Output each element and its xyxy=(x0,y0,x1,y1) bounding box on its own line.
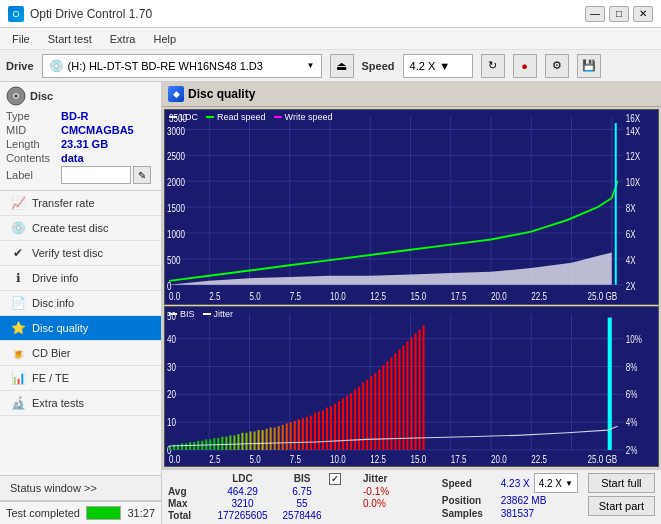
svg-rect-125 xyxy=(310,416,312,450)
svg-rect-118 xyxy=(282,425,284,450)
speed-select[interactable]: 4.2 X ▼ xyxy=(403,54,473,78)
col-header-jitter: Jitter xyxy=(363,473,423,485)
progress-bar-fill xyxy=(87,507,120,519)
svg-text:2500: 2500 xyxy=(167,152,185,163)
disc-label-row: Label ✎ xyxy=(6,166,155,184)
jitter-avg: -0.1% xyxy=(363,486,423,497)
bis-max: 55 xyxy=(277,498,327,509)
max-label: Max xyxy=(168,498,208,509)
speed-dropdown-arrow: ▼ xyxy=(439,60,450,72)
svg-rect-90 xyxy=(169,446,171,450)
start-part-button[interactable]: Start part xyxy=(588,496,655,516)
svg-rect-147 xyxy=(398,350,400,451)
drive-select[interactable]: 💿 (H:) HL-DT-ST BD-RE WH16NS48 1.D3 ▼ xyxy=(42,54,322,78)
disc-length-label: Length xyxy=(6,138,61,150)
disc-label-input[interactable] xyxy=(61,166,131,184)
charts-container: LDC Read speed Write speed xyxy=(162,107,661,469)
quality-title: Disc quality xyxy=(188,87,255,101)
sidebar-item-extra-tests[interactable]: 🔬 Extra tests xyxy=(0,391,161,416)
svg-text:40: 40 xyxy=(167,333,176,345)
svg-rect-106 xyxy=(233,436,235,451)
svg-text:20: 20 xyxy=(167,388,176,400)
sidebar-item-verify-test-disc[interactable]: ✔ Verify test disc xyxy=(0,241,161,266)
svg-text:500: 500 xyxy=(167,255,180,266)
top-chart: LDC Read speed Write speed xyxy=(164,109,659,305)
bottom-chart-legend: BIS Jitter xyxy=(169,309,233,319)
svg-text:17.5: 17.5 xyxy=(451,291,467,302)
svg-rect-102 xyxy=(217,438,219,450)
svg-rect-115 xyxy=(270,428,272,451)
start-full-button[interactable]: Start full xyxy=(588,473,655,493)
sidebar: Disc Type BD-R MID CMCMAGBA5 Length 23.3… xyxy=(0,82,162,524)
col-header-empty xyxy=(168,473,208,485)
settings-button[interactable]: ⚙ xyxy=(545,54,569,78)
disc-contents-row: Contents data xyxy=(6,152,155,164)
quality-header: ◆ Disc quality xyxy=(162,82,661,107)
svg-rect-133 xyxy=(342,398,344,450)
svg-text:2%: 2% xyxy=(626,444,638,456)
main-layout: Disc Type BD-R MID CMCMAGBA5 Length 23.3… xyxy=(0,82,661,524)
svg-rect-142 xyxy=(378,369,380,450)
svg-rect-134 xyxy=(346,396,348,450)
sidebar-item-disc-info[interactable]: 📄 Disc info xyxy=(0,291,161,316)
bis-total: 2578446 xyxy=(277,510,327,521)
drive-bar: Drive 💿 (H:) HL-DT-ST BD-RE WH16NS48 1.D… xyxy=(0,50,661,82)
svg-text:0.0: 0.0 xyxy=(169,291,180,302)
sidebar-item-fe-te[interactable]: 📊 FE / TE xyxy=(0,366,161,391)
eject-button[interactable]: ⏏ xyxy=(330,54,354,78)
svg-rect-114 xyxy=(266,429,268,450)
status-window-button[interactable]: Status window >> xyxy=(0,476,161,501)
svg-text:2X: 2X xyxy=(626,281,636,292)
record-button[interactable]: ● xyxy=(513,54,537,78)
svg-text:20.0: 20.0 xyxy=(491,291,507,302)
app-title: Opti Drive Control 1.70 xyxy=(30,7,152,21)
refresh-button[interactable]: ↻ xyxy=(481,54,505,78)
samples-value: 381537 xyxy=(501,508,534,519)
disc-length-value: 23.31 GB xyxy=(61,138,108,150)
menu-file[interactable]: File xyxy=(4,31,38,47)
svg-text:6%: 6% xyxy=(626,388,638,400)
maximize-button[interactable]: □ xyxy=(609,6,629,22)
disc-length-row: Length 23.31 GB xyxy=(6,138,155,150)
svg-rect-94 xyxy=(185,443,187,450)
svg-text:7.5: 7.5 xyxy=(290,453,301,465)
window-controls: — □ ✕ xyxy=(585,6,653,22)
sidebar-item-cd-bier[interactable]: 🍺 CD Bier xyxy=(0,341,161,366)
svg-rect-108 xyxy=(241,433,243,450)
menu-start-test[interactable]: Start test xyxy=(40,31,100,47)
svg-text:30: 30 xyxy=(167,361,176,373)
svg-rect-112 xyxy=(258,430,260,450)
menu-help[interactable]: Help xyxy=(145,31,184,47)
close-button[interactable]: ✕ xyxy=(633,6,653,22)
sidebar-item-drive-info[interactable]: ℹ Drive info xyxy=(0,266,161,291)
svg-text:22.5: 22.5 xyxy=(531,291,547,302)
speed-value: 4.2 X xyxy=(410,60,436,72)
svg-text:12.5: 12.5 xyxy=(370,291,386,302)
top-chart-legend: LDC Read speed Write speed xyxy=(169,112,332,122)
svg-text:1000: 1000 xyxy=(167,229,185,240)
svg-text:15.0: 15.0 xyxy=(410,291,426,302)
save-button[interactable]: 💾 xyxy=(577,54,601,78)
svg-rect-145 xyxy=(390,357,392,450)
disc-label-edit-button[interactable]: ✎ xyxy=(133,166,151,184)
speed-stat-select[interactable]: 4.2 X ▼ xyxy=(534,473,578,493)
sidebar-item-disc-quality[interactable]: ⭐ Disc quality xyxy=(0,316,161,341)
jitter-checkbox[interactable]: ✓ xyxy=(329,473,341,485)
svg-text:12.5: 12.5 xyxy=(370,453,386,465)
svg-text:0.0: 0.0 xyxy=(169,453,180,465)
svg-text:12X: 12X xyxy=(626,152,640,163)
svg-rect-117 xyxy=(278,426,280,450)
svg-text:10%: 10% xyxy=(626,333,643,345)
sidebar-item-create-test-disc[interactable]: 💿 Create test disc xyxy=(0,216,161,241)
drive-value: (H:) HL-DT-ST BD-RE WH16NS48 1.D3 xyxy=(68,60,263,72)
ldc-total: 177265605 xyxy=(210,510,275,521)
menu-extra[interactable]: Extra xyxy=(102,31,144,47)
sidebar-disc-quality-label: Disc quality xyxy=(32,322,88,334)
svg-rect-124 xyxy=(306,417,308,450)
svg-text:7.5: 7.5 xyxy=(290,291,301,302)
svg-rect-143 xyxy=(382,365,384,450)
sidebar-item-transfer-rate[interactable]: 📈 Transfer rate xyxy=(0,191,161,216)
legend-read-speed-label: Read speed xyxy=(217,112,266,122)
minimize-button[interactable]: — xyxy=(585,6,605,22)
sidebar-bottom: Status window >> Test completed 31:27 xyxy=(0,475,161,524)
